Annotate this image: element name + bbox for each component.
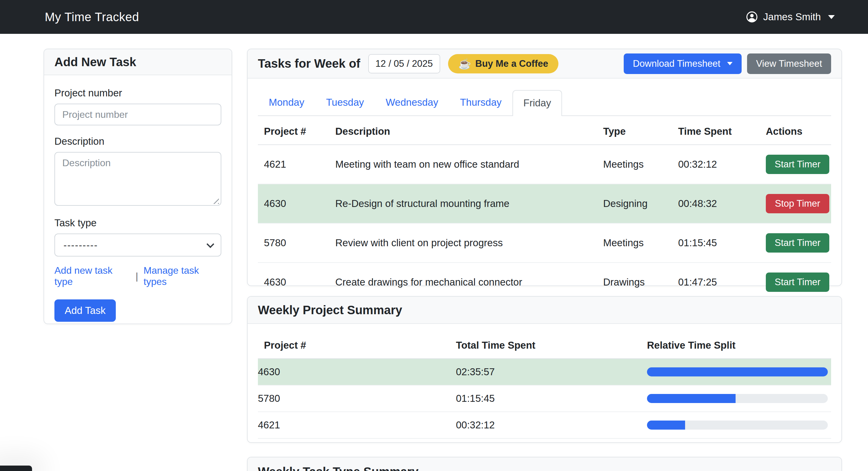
add-new-task-type-link[interactable]: Add new task type [55, 265, 130, 287]
cell-project: 4621 [258, 145, 335, 184]
cell-type: Designing [603, 184, 678, 223]
table-row: 5780 Review with client on project progr… [258, 223, 831, 263]
progress-bar [647, 394, 828, 403]
cell-type: Meetings [603, 223, 678, 263]
person-circle-icon [746, 11, 758, 23]
table-row-active: 4630 Re-Design of structural mounting fr… [258, 184, 831, 223]
navbar: My Time Tracked James Smith [0, 0, 868, 34]
col-total-time: Total Time Spent [456, 332, 647, 359]
col-relative-split: Relative Time Split [647, 332, 831, 359]
user-menu[interactable]: James Smith [746, 11, 835, 23]
add-new-task-header: Add New Task [44, 49, 231, 75]
summary-row: 5780 01:15:45 [258, 385, 831, 412]
col-project: Project # [258, 118, 335, 145]
cell-time: 01:15:45 [678, 223, 766, 263]
tab-friday[interactable]: Friday [513, 90, 562, 116]
cell-description: Meeting with team on new office standard [335, 145, 603, 184]
progress-fill [647, 367, 828, 376]
weekly-project-summary-card: Weekly Project Summary Project # Total T… [247, 296, 842, 443]
tasks-week-header: Tasks for Week of 12 / 05 / 2025 ☕ Buy M… [248, 49, 841, 78]
tasks-week-title: Tasks for Week of [258, 57, 361, 70]
buy-me-a-coffee-label: Buy Me a Coffee [475, 54, 548, 73]
weekly-project-summary-header: Weekly Project Summary [248, 297, 841, 324]
weekly-project-summary-body: Project # Total Time Spent Relative Time… [248, 324, 841, 439]
col-time-spent: Time Spent [678, 118, 766, 145]
task-type-select[interactable]: --------- [55, 234, 221, 257]
weekly-task-type-summary-title: Weekly Task Type Summary [258, 465, 418, 471]
tasks-week-body: Monday Tuesday Wednesday Thursday Friday… [248, 78, 841, 302]
summary-row: 4621 00:32:12 [258, 412, 831, 438]
cell-project: 5780 [258, 223, 335, 263]
bottom-left-corner-chip [0, 466, 32, 471]
tab-tuesday[interactable]: Tuesday [315, 90, 375, 115]
tasks-table: Project # Description Type Time Spent Ac… [258, 118, 831, 302]
summary-header-row: Project # Total Time Spent Relative Time… [258, 332, 831, 359]
buy-me-a-coffee-button[interactable]: ☕ Buy Me a Coffee [448, 54, 559, 73]
cell-total-time: 01:15:45 [456, 385, 647, 412]
progress-fill [647, 394, 736, 403]
progress-bar [647, 420, 828, 430]
summary-row-active: 4630 02:35:57 [258, 359, 831, 385]
tasks-table-header-row: Project # Description Type Time Spent Ac… [258, 118, 831, 145]
description-textarea[interactable] [55, 152, 221, 206]
cell-project: 4630 [258, 359, 456, 385]
col-project: Project # [258, 332, 456, 359]
cell-time: 00:48:32 [678, 184, 766, 223]
summary-table: Project # Total Time Spent Relative Time… [258, 332, 831, 439]
cell-total-time: 00:32:12 [456, 412, 647, 438]
start-timer-button[interactable]: Start Timer [766, 155, 829, 174]
col-description: Description [335, 118, 603, 145]
table-row: 4621 Meeting with team on new office sta… [258, 145, 831, 184]
weekly-task-type-summary-card: Weekly Task Type Summary [247, 457, 842, 471]
cell-project: 4621 [258, 412, 456, 438]
progress-bar [647, 367, 828, 376]
download-timesheet-label: Download Timesheet [633, 58, 720, 69]
task-type-selected-value: --------- [63, 240, 98, 251]
start-timer-button[interactable]: Start Timer [766, 272, 829, 292]
cell-time: 00:32:12 [678, 145, 766, 184]
cell-project: 4630 [258, 184, 335, 223]
link-separator: | [135, 271, 138, 282]
manage-task-types-link[interactable]: Manage task types [144, 265, 221, 287]
view-timesheet-button[interactable]: View Timesheet [747, 54, 831, 74]
download-timesheet-button[interactable]: Download Timesheet [624, 54, 742, 74]
col-actions: Actions [766, 118, 831, 145]
add-new-task-body: Project number Description Task type ---… [44, 75, 231, 334]
task-type-label: Task type [55, 217, 221, 229]
project-number-label: Project number [55, 87, 221, 99]
weekly-project-summary-title: Weekly Project Summary [258, 303, 402, 317]
tab-thursday[interactable]: Thursday [449, 90, 513, 115]
user-name: James Smith [763, 11, 821, 23]
coffee-cup-icon: ☕ [458, 59, 471, 69]
cell-type: Meetings [603, 145, 678, 184]
cell-project: 5780 [258, 385, 456, 412]
app-title: My Time Tracked [45, 10, 139, 24]
chevron-down-icon [727, 62, 733, 65]
description-label: Description [55, 136, 221, 147]
weekday-tabs: Monday Tuesday Wednesday Thursday Friday [258, 90, 831, 116]
chevron-down-icon [828, 15, 835, 19]
project-number-input[interactable] [55, 104, 221, 125]
tab-monday[interactable]: Monday [258, 90, 315, 115]
stop-timer-button[interactable]: Stop Timer [766, 194, 829, 213]
col-type: Type [603, 118, 678, 145]
weekly-task-type-summary-header: Weekly Task Type Summary [248, 458, 841, 471]
add-new-task-title: Add New Task [55, 55, 136, 69]
chevron-down-icon [207, 240, 214, 248]
progress-fill [647, 420, 685, 430]
add-new-task-card: Add New Task Project number Description … [43, 48, 232, 324]
tasks-week-card: Tasks for Week of 12 / 05 / 2025 ☕ Buy M… [247, 48, 842, 286]
cell-total-time: 02:35:57 [456, 359, 647, 385]
cell-description: Review with client on project progress [335, 223, 603, 263]
tab-wednesday[interactable]: Wednesday [375, 90, 449, 115]
start-timer-button[interactable]: Start Timer [766, 233, 829, 253]
add-task-button[interactable]: Add Task [55, 299, 116, 322]
week-date-input[interactable]: 12 / 05 / 2025 [368, 54, 440, 73]
cell-description: Re-Design of structural mounting frame [335, 184, 603, 223]
